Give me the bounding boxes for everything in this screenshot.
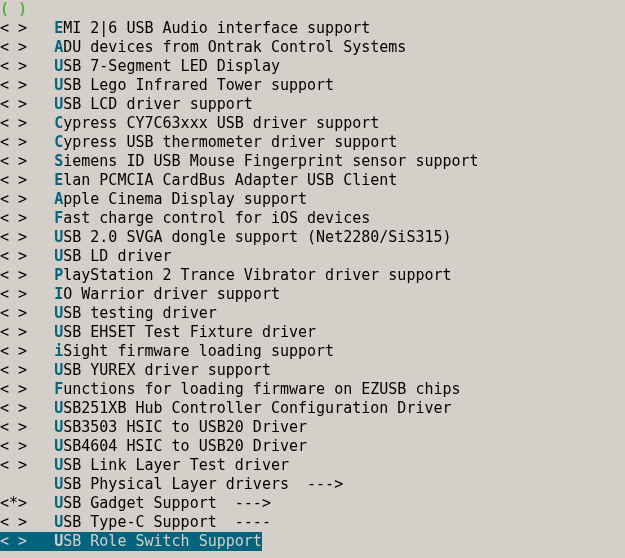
menu-item-label: SB4604 HSIC to USB20 Driver [63,437,307,455]
menu-item-label: unctions for loading firmware on EZUSB c… [63,380,460,398]
menu-item-label: SB3503 HSIC to USB20 Driver [63,418,307,436]
menu-item[interactable]: < > Siemens ID USB Mouse Fingerprint sen… [0,152,625,171]
menu-item[interactable]: < > USB LD driver [0,247,625,266]
tristate-bracket[interactable]: < > [0,209,27,227]
indent [27,456,54,474]
tristate-bracket[interactable]: < > [0,380,27,398]
tristate-bracket[interactable]: < > [0,133,27,151]
hotkey-char: U [54,304,63,322]
menu-item[interactable]: < > Functions for loading firmware on EZ… [0,380,625,399]
tristate-bracket[interactable]: < > [0,437,27,455]
menu-item-label: SB testing driver [63,304,217,322]
indent [27,152,54,170]
tristate-bracket[interactable]: < > [0,361,27,379]
indent [27,304,54,322]
hotkey-char: U [54,361,63,379]
tristate-bracket[interactable]: < > [0,38,27,56]
indent [27,323,54,341]
menu-item[interactable]: < > USB Type-C Support ---- [0,513,625,532]
menu-item[interactable]: < > PlayStation 2 Trance Vibrator driver… [0,266,625,285]
menu-item[interactable]: < > USB251XB Hub Controller Configuratio… [0,399,625,418]
tristate-bracket[interactable]: < > [0,171,27,189]
menu-item[interactable]: < > Elan PCMCIA CardBus Adapter USB Clie… [0,171,625,190]
tristate-bracket[interactable]: < > [0,247,27,265]
indent [27,285,54,303]
tristate-bracket[interactable]: < > [0,152,27,170]
hotkey-char: U [54,399,63,417]
tristate-bracket[interactable]: < > [0,190,27,208]
hotkey-char: U [54,532,63,550]
menu-item[interactable]: < > EMI 2|6 USB Audio interface support [0,19,625,38]
menu-item-label: O Warrior driver support [63,285,280,303]
indent [27,190,54,208]
menu-item-label: ast charge control for iOS devices [63,209,370,227]
indent [27,342,54,360]
tristate-bracket[interactable]: < > [0,57,27,75]
menu-item[interactable]: < > USB 2.0 SVGA dongle support (Net2280… [0,228,625,247]
hotkey-char: U [54,475,63,493]
tristate-bracket[interactable]: < > [0,342,27,360]
tristate-bracket[interactable]: < > [0,532,27,550]
menu-item[interactable]: < > USB Lego Infrared Tower support [0,76,625,95]
menu-item-label: ypress USB thermometer driver support [63,133,397,151]
tristate-bracket[interactable]: < > [0,95,27,113]
menu-item-label: SB LD driver [63,247,171,265]
menu-item[interactable]: < > USB Link Layer Test driver [0,456,625,475]
menu-item-label: SB 2.0 SVGA dongle support (Net2280/SiS3… [63,228,451,246]
hotkey-char: I [54,285,63,303]
menu-item[interactable]: < > USB testing driver [0,304,625,323]
menu-item[interactable]: < > Apple Cinema Display support [0,190,625,209]
hotkey-char: i [54,342,63,360]
tristate-bracket[interactable]: < > [0,513,27,531]
tristate-bracket[interactable]: < > [0,323,27,341]
menu-item-label: Sight firmware loading support [63,342,334,360]
hotkey-char: U [54,57,63,75]
menu-item[interactable]: < > iSight firmware loading support [0,342,625,361]
tristate-bracket[interactable]: <*> [0,494,27,512]
tristate-bracket[interactable]: < > [0,19,27,37]
indent [27,437,54,455]
menu-item[interactable]: <*> USB Gadget Support ---> [0,494,625,513]
menu-item-label: SB 7-Segment LED Display [63,57,280,75]
menu-item[interactable]: < > USB4604 HSIC to USB20 Driver [0,437,625,456]
menu-item-label: SB Gadget Support ---> [63,494,271,512]
indent [27,76,54,94]
tristate-bracket[interactable]: < > [0,285,27,303]
hotkey-char: U [54,323,63,341]
menu-item-label: SB Link Layer Test driver [63,456,289,474]
menu-item[interactable]: < > USB YUREX driver support [0,361,625,380]
menu-item[interactable]: < > USB EHSET Test Fixture driver [0,323,625,342]
indent [27,171,54,189]
menu-item[interactable]: < > IO Warrior driver support [0,285,625,304]
tristate-bracket[interactable]: < > [0,76,27,94]
indent [27,418,54,436]
indent [27,266,54,284]
indent [27,133,54,151]
tristate-bracket[interactable] [0,475,27,493]
menu-item-label: SB251XB Hub Controller Configuration Dri… [63,399,451,417]
menu-item-label: SB Type-C Support ---- [63,513,271,531]
menu-item[interactable]: < > USB3503 HSIC to USB20 Driver [0,418,625,437]
tristate-bracket[interactable]: < > [0,114,27,132]
tristate-bracket[interactable]: < > [0,266,27,284]
menu-item[interactable]: < > Fast charge control for iOS devices [0,209,625,228]
menu-item[interactable]: < > Cypress USB thermometer driver suppo… [0,133,625,152]
hotkey-char: U [54,456,63,474]
tristate-bracket[interactable]: < > [0,228,27,246]
menu-item-label: MI 2|6 USB Audio interface support [63,19,370,37]
indent [27,475,54,493]
menu-item-label: SB Role Switch Support [63,532,262,550]
menu-item[interactable]: < > USB Role Switch Support [0,532,625,551]
menu-item-label: SB Physical Layer drivers ---> [63,475,343,493]
tristate-bracket[interactable]: < > [0,418,27,436]
menu-item-label: iemens ID USB Mouse Fingerprint sensor s… [63,152,478,170]
menu-item[interactable]: USB Physical Layer drivers ---> [0,475,625,494]
tristate-bracket[interactable]: < > [0,304,27,322]
tristate-bracket[interactable]: < > [0,399,27,417]
menu-item[interactable]: < > Cypress CY7C63xxx USB driver support [0,114,625,133]
menu-item[interactable]: < > ADU devices from Ontrak Control Syst… [0,38,625,57]
menu-item-label: layStation 2 Trance Vibrator driver supp… [63,266,451,284]
menu-item[interactable]: < > USB 7-Segment LED Display [0,57,625,76]
tristate-bracket[interactable]: < > [0,456,27,474]
menu-item[interactable]: < > USB LCD driver support [0,95,625,114]
